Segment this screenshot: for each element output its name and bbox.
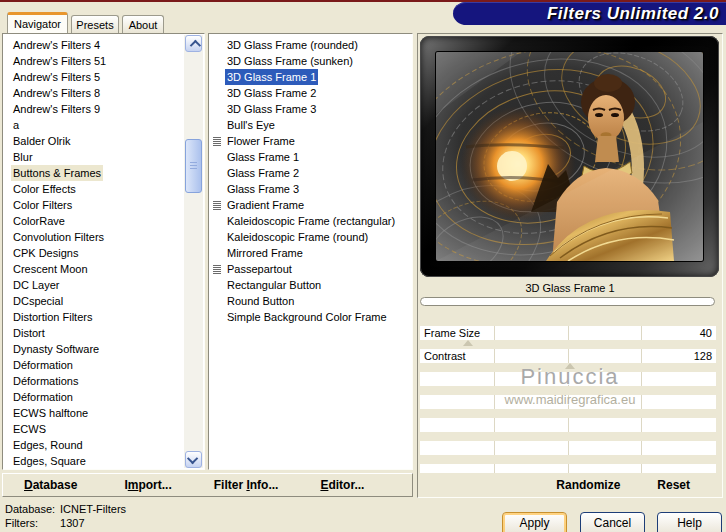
category-item[interactable]: Andrew's Filters 51 (4, 53, 183, 69)
scroll-up-button[interactable] (185, 35, 202, 52)
cancel-button[interactable]: Cancel (580, 512, 645, 532)
bottom-toolbar: Database Import... Filter Info... Editor… (2, 473, 413, 497)
category-item[interactable]: Buttons & Frames (4, 165, 183, 181)
category-item[interactable]: Dynasty Software (4, 341, 183, 357)
scrollbar-thumb[interactable] (185, 139, 202, 193)
preset-icon (213, 265, 221, 274)
tab-navigator[interactable]: Navigator (7, 12, 68, 33)
filter-item[interactable]: 3D Glass Frame 1 (210, 69, 411, 85)
import-label-u: m (128, 478, 139, 492)
filter-item[interactable]: Bull's Eye (210, 117, 411, 133)
category-item[interactable]: ECWS halftone (4, 405, 183, 421)
category-item[interactable]: Crescent Moon (4, 261, 183, 277)
database-label-u: D (24, 478, 33, 492)
tab-presets-label: Presets (76, 19, 113, 31)
category-item[interactable]: Color Effects (4, 181, 183, 197)
filter-list-panel: 3D Glass Frame (rounded)3D Glass Frame (… (208, 33, 413, 470)
filter-item[interactable]: Flower Frame (210, 133, 411, 149)
filter-item[interactable]: Mirrored Frame (210, 245, 411, 261)
status-database: Database: ICNET-Filters (5, 503, 126, 515)
chevron-up-icon (189, 39, 200, 50)
title-banner: Filters Unlimited 2.0 (453, 2, 726, 25)
slider-value: 128 (694, 349, 712, 363)
tab-navigator-label: Navigator (14, 18, 61, 30)
slider-area: Frame Size40Contrast128 (420, 326, 720, 487)
category-item[interactable]: Blur (4, 149, 183, 165)
category-item[interactable]: Déformation (4, 389, 183, 405)
tab-presets[interactable]: Presets (71, 15, 119, 33)
filter-item[interactable]: 3D Glass Frame (sunken) (210, 53, 411, 69)
filter-item[interactable]: Glass Frame 2 (210, 165, 411, 181)
filter-item[interactable]: Rectangular Button (210, 277, 411, 293)
import-button[interactable]: Import... (124, 478, 171, 492)
database-button[interactable]: Database (24, 478, 77, 492)
reset-button[interactable]: Reset (657, 478, 690, 492)
filter-info-label-pre: Filter (214, 478, 247, 492)
slider-thumb[interactable] (565, 363, 575, 369)
category-item[interactable]: Andrew's Filters 5 (4, 69, 183, 85)
slider-row[interactable]: Frame Size40 (420, 326, 720, 349)
slider-row-empty (420, 372, 720, 395)
slider-value: 40 (700, 326, 712, 340)
filter-item[interactable]: Kaleidoscopic Frame (rectangular) (210, 213, 411, 229)
filter-item[interactable]: Round Button (210, 293, 411, 309)
category-item[interactable]: Distortion Filters (4, 309, 183, 325)
apply-button[interactable]: Apply (502, 512, 567, 532)
filter-item[interactable]: Simple Background Color Frame (210, 309, 411, 325)
category-item[interactable]: ECWS (4, 421, 183, 437)
filter-item[interactable]: Glass Frame 3 (210, 181, 411, 197)
category-item[interactable]: Balder Olrik (4, 133, 183, 149)
category-item[interactable]: Déformation (4, 357, 183, 373)
filter-item[interactable]: Glass Frame 1 (210, 149, 411, 165)
preview-frame (420, 36, 719, 277)
category-item[interactable]: Color Filters (4, 197, 183, 213)
tab-about[interactable]: About (122, 15, 164, 33)
category-item[interactable]: ColorRave (4, 213, 183, 229)
preview-image (436, 52, 703, 261)
slider-thumb[interactable] (463, 340, 473, 346)
category-item[interactable]: Edges, Square (4, 453, 183, 469)
randomize-button[interactable]: Randomize (556, 478, 620, 492)
database-label-post: atabase (33, 478, 78, 492)
import-label-post: port... (138, 478, 171, 492)
help-button[interactable]: Help (657, 512, 722, 532)
filter-item[interactable]: 3D Glass Frame 3 (210, 101, 411, 117)
filter-list: 3D Glass Frame (rounded)3D Glass Frame (… (210, 37, 411, 325)
filter-info-label-post: nfo... (250, 478, 279, 492)
scroll-down-button[interactable] (185, 451, 202, 468)
category-item[interactable]: DC Layer (4, 277, 183, 293)
status-database-value: ICNET-Filters (60, 503, 126, 515)
category-item[interactable]: Andrew's Filters 9 (4, 101, 183, 117)
status-filters-value: 1307 (60, 517, 84, 529)
filter-item[interactable]: 3D Glass Frame 2 (210, 85, 411, 101)
category-item[interactable]: Edges, Round (4, 437, 183, 453)
filter-item[interactable]: Passepartout (210, 261, 411, 277)
preset-icon (213, 201, 221, 210)
filter-item[interactable]: Gradient Frame (210, 197, 411, 213)
slider-row-empty (420, 418, 720, 441)
editor-label-post: ditor... (328, 478, 364, 492)
chevron-down-icon (186, 452, 197, 463)
filter-info-button[interactable]: Filter Info... (214, 478, 279, 492)
preview-caption: 3D Glass Frame 1 (418, 282, 722, 294)
status-filters-label: Filters: (5, 517, 57, 529)
category-item[interactable]: CPK Designs (4, 245, 183, 261)
progress-bar (420, 297, 715, 306)
editor-button[interactable]: Editor... (320, 478, 364, 492)
category-scrollbar[interactable] (184, 35, 203, 468)
category-item[interactable]: Andrew's Filters 4 (4, 37, 183, 53)
category-item[interactable]: Andrew's Filters 8 (4, 85, 183, 101)
slider-row-empty (420, 441, 720, 464)
category-item[interactable]: Déformations (4, 373, 183, 389)
slider-row[interactable]: Contrast128 (420, 349, 720, 372)
panel-actions: Randomize Reset (419, 473, 721, 496)
filter-item[interactable]: 3D Glass Frame (rounded) (210, 37, 411, 53)
category-item[interactable]: Distort (4, 325, 183, 341)
category-item[interactable]: Convolution Filters (4, 229, 183, 245)
category-item[interactable]: DCspecial (4, 293, 183, 309)
slider-label: Frame Size (424, 326, 480, 340)
category-item[interactable]: a (4, 117, 183, 133)
category-list: Andrew's Filters 4Andrew's Filters 51And… (4, 37, 183, 469)
category-list-panel: Andrew's Filters 4Andrew's Filters 51And… (2, 33, 205, 470)
filter-item[interactable]: Kaleidoscopic Frame (round) (210, 229, 411, 245)
